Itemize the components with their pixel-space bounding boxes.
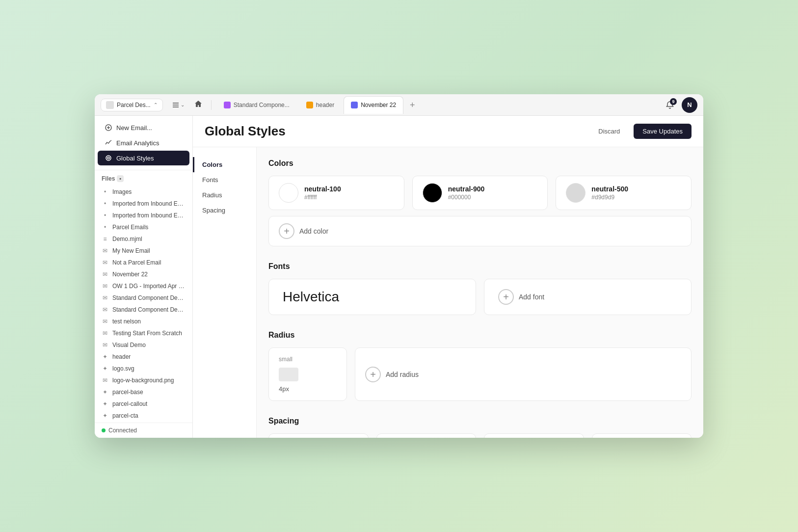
add-tab-button[interactable]: + [405, 98, 419, 112]
app-logo-icon [106, 101, 114, 109]
email-file-icon: ✉ [102, 318, 108, 325]
file-item-parcel-cta[interactable]: ✦parcel-cta [95, 410, 192, 422]
file-item-november22[interactable]: ✉November 22 [95, 268, 192, 280]
file-item-parcel-callout[interactable]: ✦parcel-callout [95, 398, 192, 410]
fonts-row: Helvetica + Add font [268, 279, 692, 315]
home-button[interactable] [190, 98, 206, 112]
file-item-ow1dg[interactable]: ✉OW 1 DG - Imported Apr 18... [95, 280, 192, 292]
page-title: Global Styles [205, 124, 286, 139]
radius-preview-small [279, 368, 298, 381]
stack-icon-button[interactable]: ⌄ [168, 99, 188, 111]
save-updates-button[interactable]: Save Updates [634, 124, 692, 139]
file-name-header-comp: header [112, 353, 131, 360]
files-badge: • [117, 175, 124, 182]
add-font-button[interactable]: + Add font [484, 279, 692, 315]
tab-icon-standard [224, 102, 231, 108]
sidebar-footer: Connected [95, 423, 192, 438]
file-item-testing-scratch[interactable]: ✉Testing Start From Scratch [95, 327, 192, 339]
file-name-visual-demo: Visual Demo [112, 342, 146, 348]
add-color-button[interactable]: + Add color [268, 216, 692, 246]
file-item-parcel-base[interactable]: ✦parcel-base [95, 386, 192, 398]
tab-standard-component[interactable]: Standard Compone... [216, 96, 297, 114]
sidebar-item-new-email[interactable]: New Email... [98, 120, 189, 135]
color-card-neutral-900[interactable]: neutral-900 #000000 [412, 176, 548, 210]
file-item-my-new-email[interactable]: ✉My New Email [95, 245, 192, 257]
radius-value-small: 4px [279, 385, 337, 393]
sidebar-label-global-styles: Global Styles [116, 155, 154, 162]
file-name-ow1dg: OW 1 DG - Imported Apr 18... [112, 283, 186, 290]
file-item-not-parcel[interactable]: ✉Not a Parcel Email [95, 257, 192, 268]
file-item-visual-demo[interactable]: ✉Visual Demo [95, 339, 192, 351]
colors-grid: neutral-100 #ffffff neutral-900 #000000 [268, 176, 692, 210]
left-nav-fonts[interactable]: Fonts [193, 172, 256, 187]
folder-icon: • [102, 224, 108, 231]
spacing-card-3[interactable] [484, 433, 584, 438]
file-name-my-new-email: My New Email [112, 247, 150, 254]
color-info-neutral-900: neutral-900 #000000 [448, 185, 485, 201]
notifications-button[interactable]: 9 [662, 97, 678, 113]
radius-card-small[interactable]: small 4px [268, 347, 347, 401]
file-name-parcel-cta: parcel-cta [112, 412, 138, 419]
tab-header[interactable]: header [299, 96, 342, 114]
file-item-demo-mjml[interactable]: ≡Demo.mjml [95, 233, 192, 245]
file-name-demo-mjml: Demo.mjml [112, 236, 142, 242]
spacing-card-1[interactable] [268, 433, 369, 438]
file-item-header-comp[interactable]: ✦header [95, 351, 192, 363]
email-analytics-icon [105, 139, 112, 147]
spacing-card-2[interactable] [376, 433, 477, 438]
app-logo[interactable]: Parcel Des... ⌃ [101, 99, 163, 111]
left-nav-radius[interactable]: Radius [193, 187, 256, 203]
color-card-neutral-500[interactable]: neutral-500 #d9d9d9 [556, 176, 692, 210]
component-icon: ✦ [102, 412, 108, 419]
file-item-imported-2[interactable]: •Imported from Inbound Email [95, 210, 192, 221]
global-styles-icon [105, 154, 112, 162]
radius-section: Radius small 4px + Add radius [268, 331, 692, 401]
user-avatar[interactable]: N [682, 97, 697, 113]
add-color-label: Add color [299, 227, 328, 235]
add-radius-button[interactable]: + Add radius [355, 347, 692, 401]
file-item-standard-demo[interactable]: ✉Standard Component Demo [95, 292, 192, 304]
color-name-neutral-500: neutral-500 [591, 185, 628, 193]
sidebar-item-email-analytics[interactable]: Email Analytics [98, 135, 189, 150]
sidebar-label-new-email: New Email... [116, 124, 152, 132]
file-item-images[interactable]: •Images [95, 186, 192, 198]
folder-icon: • [102, 200, 108, 207]
font-display-helvetica: Helvetica [283, 289, 462, 305]
file-item-logo-svg[interactable]: ✦logo.svg [95, 363, 192, 374]
file-item-logo-bg[interactable]: ✉logo-w-background.png [95, 374, 192, 386]
color-card-neutral-100[interactable]: neutral-100 #ffffff [268, 176, 404, 210]
component-icon: ✦ [102, 365, 108, 372]
tab-november[interactable]: November 22 [344, 96, 403, 114]
spacing-section-title: Spacing [268, 417, 692, 426]
sidebar-label-email-analytics: Email Analytics [116, 139, 159, 147]
file-name-testing-scratch: Testing Start From Scratch [112, 330, 182, 337]
image-icon: ✉ [102, 377, 108, 384]
add-color-icon: + [279, 223, 294, 239]
file-item-parcel-emails[interactable]: •Parcel Emails [95, 221, 192, 233]
file-item-test-nelson[interactable]: ✉test nelson [95, 316, 192, 327]
left-nav: Colors Fonts Radius Spacing [193, 147, 257, 438]
file-name-logo-svg: logo.svg [112, 365, 134, 372]
left-nav-colors[interactable]: Colors [193, 157, 256, 172]
file-item-standard-demo2[interactable]: ✉Standard Component Dem... [95, 304, 192, 316]
file-item-imported-1[interactable]: •Imported from Inbound Email [95, 198, 192, 210]
component-icon: ✦ [102, 400, 108, 407]
sidebar-item-global-styles[interactable]: Global Styles [98, 151, 189, 165]
spacing-card-4[interactable] [592, 433, 692, 438]
color-info-neutral-500: neutral-500 #d9d9d9 [591, 185, 628, 201]
radius-section-title: Radius [268, 331, 692, 340]
font-card-helvetica[interactable]: Helvetica [268, 279, 476, 315]
svg-point-6 [106, 156, 111, 160]
files-label: Files [102, 175, 115, 182]
file-name-logo-bg: logo-w-background.png [112, 377, 174, 384]
main-content: Colors neutral-100 #ffffff [257, 147, 703, 438]
discard-button[interactable]: Discard [590, 124, 628, 139]
color-swatch-neutral-900 [423, 183, 442, 203]
content-area: Global Styles Discard Save Updates Color… [193, 116, 703, 438]
color-info-neutral-100: neutral-100 #ffffff [304, 185, 341, 201]
tab-label-standard: Standard Compone... [234, 102, 290, 108]
email-file-icon: ✉ [102, 283, 108, 290]
email-file-icon: ✉ [102, 330, 108, 337]
left-nav-spacing[interactable]: Spacing [193, 203, 256, 218]
component-icon: ✦ [102, 389, 108, 396]
